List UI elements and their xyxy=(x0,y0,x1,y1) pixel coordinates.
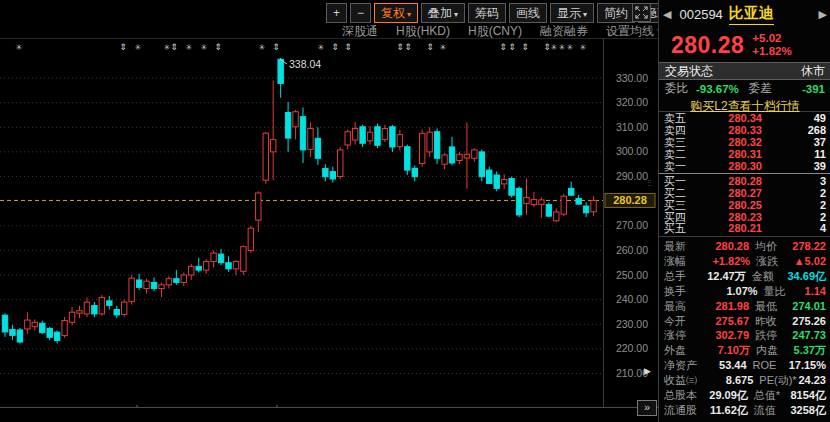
detail-value: +1.82% xyxy=(702,255,750,267)
quote-header: ◀ 002594 比亚迪 ▶ xyxy=(659,0,830,28)
event-star-icon[interactable]: ✳ xyxy=(135,43,142,52)
event-arrows-icon[interactable]: ⇕ xyxy=(119,42,127,52)
book-level-label: 买三 xyxy=(664,200,696,211)
y-axis-tick-label: 250.00 xyxy=(616,269,648,281)
event-star-icon[interactable]: ✳ xyxy=(186,43,193,52)
detail-row: 总手12.47万金额34.69亿 xyxy=(659,269,830,284)
stock-name[interactable]: 比亚迪 xyxy=(729,4,774,25)
ask-row-3[interactable]: 卖三280.3237 xyxy=(659,137,830,149)
event-star-icon[interactable]: ✳ xyxy=(551,43,558,52)
detail-value: 12.47万 xyxy=(700,270,746,282)
ask-row-1[interactable]: 卖一280.3039 xyxy=(659,161,830,173)
event-star-icon[interactable]: ✳ xyxy=(580,43,587,52)
book-price: 280.30 xyxy=(696,161,762,172)
ask-row-5[interactable]: 卖五280.3449 xyxy=(659,113,830,125)
candle-body xyxy=(412,168,417,176)
event-arrows-icon[interactable]: ⇕ xyxy=(426,42,434,52)
candle-body xyxy=(352,128,357,140)
trading-status-row: 交易状态 休市 xyxy=(659,62,830,80)
candle-body xyxy=(166,279,171,285)
quote-panel: ◀ 002594 比亚迪 ▶ 280.28 +5.02 +1.82% 交易状态 … xyxy=(658,0,830,422)
prev-stock-icon[interactable]: ◀ xyxy=(663,8,671,21)
event-star-icon[interactable]: ✳ xyxy=(567,43,574,52)
book-quantity: 49 xyxy=(762,113,826,124)
panel-expand-arrow-icon[interactable]: ▶ xyxy=(644,366,651,376)
candle-body xyxy=(397,135,402,147)
ask-row-2[interactable]: 卖二280.3111 xyxy=(659,149,830,161)
candle-body xyxy=(69,312,74,322)
candle-body xyxy=(151,282,156,288)
next-stock-icon[interactable]: ▶ xyxy=(819,8,827,21)
commission-row: 委比 -93.67% 委差 -391 xyxy=(659,81,830,96)
detail-label: 收益㈢ xyxy=(664,374,703,386)
detail-label: 涨幅 xyxy=(664,255,702,267)
l2-link[interactable]: 购买L2查看十档行情 xyxy=(690,99,799,113)
event-star-icon[interactable]: ✳ xyxy=(201,43,208,52)
event-star-icon[interactable]: ✳ xyxy=(259,43,266,52)
event-star-icon[interactable]: ✳ xyxy=(440,43,447,52)
detail-row: 今开275.67昨收275.26 xyxy=(659,313,830,328)
detail-row: 最新280.28均价278.22 xyxy=(659,239,830,254)
book-price: 280.32 xyxy=(696,137,762,148)
event-arrows-icon[interactable]: ⇕ xyxy=(521,42,529,52)
candle-body xyxy=(561,196,566,214)
event-arrows-icon[interactable]: ⇕ xyxy=(543,42,551,52)
bid-row-5[interactable]: 买五280.214 xyxy=(659,223,830,235)
event-arrows-icon[interactable]: ⇕ xyxy=(331,42,339,52)
book-price: 280.31 xyxy=(696,149,762,160)
candle-body xyxy=(144,281,149,288)
detail-value: 11.62亿 xyxy=(701,404,748,416)
detail-row: 净资产53.44ROE17.15% xyxy=(659,358,830,373)
bid-row-1[interactable]: 买一280.283 xyxy=(659,175,830,187)
order-book[interactable]: 卖五280.3449卖四280.33268卖三280.3237卖二280.311… xyxy=(659,113,830,235)
bid-row-2[interactable]: 买二280.272 xyxy=(659,187,830,199)
event-arrows-icon[interactable]: ⇕ xyxy=(214,42,222,52)
detail-label: 涨跌 xyxy=(756,255,794,267)
candle-body xyxy=(278,59,283,83)
event-star-icon[interactable]: ✳ xyxy=(318,43,325,52)
book-level-label: 买二 xyxy=(664,188,696,199)
event-arrows-icon[interactable]: ⇕ xyxy=(508,42,516,52)
price-change: +5.02 +1.82% xyxy=(752,32,791,58)
detail-value: 275.67 xyxy=(701,315,749,327)
candle-body xyxy=(449,147,454,163)
y-axis-tick-label: 290.00 xyxy=(616,170,648,182)
detail-label: 流通股 xyxy=(664,404,701,416)
event-arrows-icon[interactable]: ⇕ xyxy=(344,42,352,52)
book-level-label: 买四 xyxy=(664,212,696,223)
axis-drag-handle-icon[interactable]: ⫶⫶ xyxy=(647,179,651,189)
bid-row-3[interactable]: 买三280.252 xyxy=(659,199,830,211)
candle-body xyxy=(181,275,186,282)
book-quantity: 268 xyxy=(762,125,826,136)
event-star-icon[interactable]: ✳ xyxy=(16,43,23,52)
weibi-label: 委比 xyxy=(665,81,688,96)
book-quantity: 4 xyxy=(762,223,826,234)
event-star-icon[interactable]: ✳ xyxy=(559,43,566,52)
book-quantity: 2 xyxy=(762,200,826,211)
candle-body xyxy=(479,152,484,177)
event-arrows-icon[interactable]: ⇕ xyxy=(396,42,404,52)
axis-more-button[interactable]: » xyxy=(637,400,657,416)
y-axis-tick-label: 230.00 xyxy=(616,318,648,330)
candle-body xyxy=(136,280,141,287)
event-arrows-icon[interactable]: ⇕ xyxy=(272,42,280,52)
candle-body xyxy=(129,278,134,301)
candle-body xyxy=(233,261,238,268)
candlestick-chart[interactable]: 330.00320.00310.00300.00290.00270.00260.… xyxy=(0,0,658,422)
candle-body xyxy=(226,263,231,269)
event-arrows-icon[interactable]: ⇕ xyxy=(499,42,507,52)
detail-value: 8154亿 xyxy=(791,389,826,401)
candle-body xyxy=(323,168,328,176)
ask-row-4[interactable]: 卖四280.33268 xyxy=(659,125,830,137)
detail-value: 1.14 xyxy=(805,285,826,297)
y-axis-tick-label: 320.00 xyxy=(616,96,648,108)
candle-body xyxy=(285,112,290,138)
event-arrows-icon[interactable]: ⇕ xyxy=(170,42,178,52)
event-arrows-icon[interactable]: ⇕ xyxy=(404,42,412,52)
candle-body xyxy=(531,199,536,204)
detail-label: PE(动)* xyxy=(759,374,798,386)
detail-label: 最低 xyxy=(755,300,792,312)
candle-body xyxy=(524,197,529,203)
book-level-label: 卖一 xyxy=(664,161,696,172)
bid-row-4[interactable]: 买四280.232 xyxy=(659,211,830,223)
